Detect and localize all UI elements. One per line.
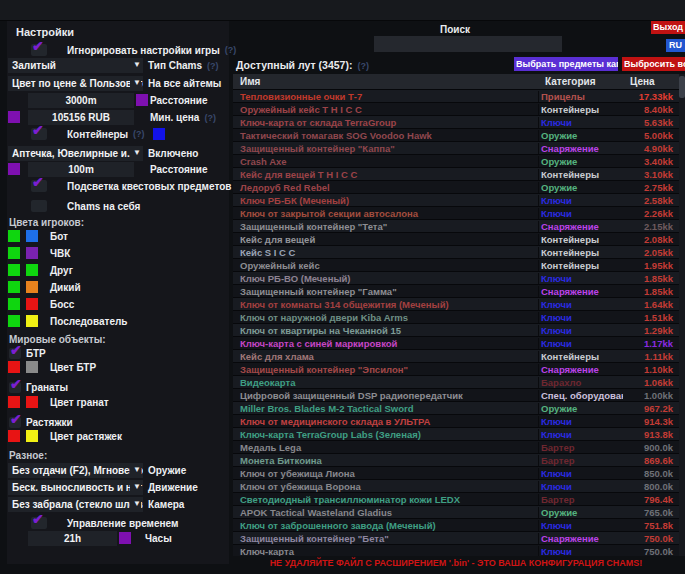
table-row[interactable]: Ключ от медицинского склада в УЛЬТРА Клю… <box>233 415 679 428</box>
player-color-swatch-1[interactable] <box>8 264 20 276</box>
help-icon[interactable]: (?) <box>225 45 237 55</box>
table-row[interactable]: Ключ-карта от склада TerraGroup Ключи 5.… <box>233 116 679 129</box>
table-row[interactable]: Тепловизионные очки Т-7 Прицелы 17.33kk <box>233 90 679 103</box>
chams-self-checkbox[interactable] <box>31 200 47 212</box>
table-row[interactable]: Ключ РБ-БК (Меченый) Ключи 2.58kk <box>233 194 679 207</box>
column-header-category[interactable]: Категория <box>545 76 595 87</box>
scrollbar-thumb[interactable] <box>679 76 685 98</box>
movement-dropdown[interactable]: Беск. выносливость и нет уста ▼ <box>8 480 143 495</box>
column-header-name[interactable]: Имя <box>240 76 260 87</box>
table-row[interactable]: Защищенный контейнер "Эпсилон" Снаряжени… <box>233 363 679 376</box>
table-row[interactable]: Ледоруб Red Rebel Оружие 2.75kk <box>233 181 679 194</box>
table-row[interactable]: Защищенный контейнер "Тета" Снаряжение 2… <box>233 220 679 233</box>
item-price: 1.64kk <box>623 299 679 310</box>
weapon-dropdown[interactable]: Без отдачи (F2), Мгновенное п ▼ <box>8 463 143 478</box>
player-color-swatch-2[interactable] <box>26 298 38 310</box>
table-row[interactable]: Тактический томагавк SOG Voodoo Hawk Ору… <box>233 129 679 142</box>
table-row[interactable]: Ключ от закрытой секции автосалона Ключи… <box>233 207 679 220</box>
table-row[interactable]: Защищенный контейнер "Бета" Снаряжение 7… <box>233 532 679 545</box>
table-row[interactable]: Ключ РБ-ВО (Меченый) Ключи 1.85kk <box>233 272 679 285</box>
min-price-input[interactable] <box>28 110 134 125</box>
camera-dropdown[interactable]: Без забрала (стекло шлема) ▼ <box>8 497 143 512</box>
player-color-swatch-1[interactable] <box>8 230 20 242</box>
table-row[interactable]: APOK Tactical Wasteland Gladius Оружие 7… <box>233 506 679 519</box>
player-color-swatch-1[interactable] <box>8 298 20 310</box>
exit-button[interactable]: Выход <box>651 21 685 34</box>
table-row[interactable]: Ключ от наружной двери Kiba Arms Ключи 1… <box>233 311 679 324</box>
help-icon[interactable]: (?) <box>357 61 369 71</box>
hours-color-swatch[interactable] <box>119 532 131 544</box>
table-scrollbar[interactable] <box>679 74 685 556</box>
player-color-swatch-2[interactable] <box>26 230 38 242</box>
time-control-checkbox[interactable]: ✔ <box>31 517 47 529</box>
player-color-swatch-1[interactable] <box>8 247 20 259</box>
search-input[interactable] <box>374 36 562 52</box>
min-price-color-swatch[interactable] <box>8 111 20 123</box>
containers-checkbox[interactable]: ✔ <box>31 128 47 140</box>
grenade-color-swatch-2[interactable] <box>26 396 38 408</box>
table-row[interactable]: Светодиодный трансиллюминатор кожи LEDX … <box>233 493 679 506</box>
table-row[interactable]: Ключ-карта с синей маркировкой Ключи 1.1… <box>233 337 679 350</box>
item-name: Кейс для вещей T H I C C <box>233 169 538 180</box>
btr-color-swatch-1[interactable] <box>8 361 20 373</box>
item-name: Оружейный кейс T H I C C <box>233 104 538 115</box>
table-row[interactable]: Цифровой защищенный DSP радиопередатчик … <box>233 389 679 402</box>
containers-color-swatch[interactable] <box>153 128 165 140</box>
table-row[interactable]: Оружейный кейс T H I C C Контейнеры 8.40… <box>233 103 679 116</box>
distance-input[interactable] <box>28 93 134 108</box>
table-row[interactable]: Ключ от квартиры на Чеканной 15 Ключи 1.… <box>233 324 679 337</box>
all-items-dropdown[interactable]: Цвет по цене & Пользователь ▼ <box>8 76 143 91</box>
table-row[interactable]: Монета Биткоина Бартер 869.6k <box>233 454 679 467</box>
player-color-swatch-1[interactable] <box>8 281 20 293</box>
table-row[interactable]: Ключ от комнаты 314 общежития (Меченый) … <box>233 298 679 311</box>
table-row[interactable]: Оружейный кейс Контейнеры 1.95kk <box>233 259 679 272</box>
item-category: Прицелы <box>538 91 623 102</box>
table-row[interactable]: Ключ от заброшенного завода (Меченый) Кл… <box>233 519 679 532</box>
select-kappa-items-button[interactable]: Выбрать предметы каппа <box>514 57 618 71</box>
hours-input[interactable] <box>28 531 117 546</box>
language-button[interactable]: RU <box>666 39 685 52</box>
help-icon[interactable]: (?) <box>207 61 219 71</box>
item-category: Ключи <box>538 117 623 128</box>
table-row[interactable]: Miller Bros. Blades M-2 Tactical Sword О… <box>233 402 679 415</box>
column-header-price[interactable]: Цена <box>630 76 655 87</box>
table-row[interactable]: Ключ-карта TerraGroup Labs (Зеленая) Клю… <box>233 428 679 441</box>
time-control-row: ✔ Управление временем <box>31 516 178 530</box>
tripwire-color-swatch-2[interactable] <box>26 430 38 442</box>
table-row[interactable]: Кейс для вещей T H I C C Контейнеры 3.10… <box>233 168 679 181</box>
player-color-swatch-2[interactable] <box>26 264 38 276</box>
table-row[interactable]: Медаль Lega Бартер 900.0k <box>233 441 679 454</box>
tripwire-color-swatch-1[interactable] <box>8 430 20 442</box>
player-color-swatch-2[interactable] <box>26 281 38 293</box>
btr-checkbox[interactable]: ✔ <box>9 348 21 359</box>
drop-all-button[interactable]: Выбросить все <box>622 57 685 71</box>
table-row[interactable]: Кейс для хлама Контейнеры 1.11kk <box>233 350 679 363</box>
chams-type-dropdown[interactable]: Залитый ▼ <box>8 58 143 73</box>
table-row[interactable]: Ключ-карта Ключи 750.0k <box>233 545 679 556</box>
loot-distance-input[interactable] <box>28 162 134 177</box>
grenade-color-swatch-1[interactable] <box>8 396 20 408</box>
player-color-swatch-1[interactable] <box>8 315 20 327</box>
table-row[interactable]: Защищенный контейнер "Каппа" Снаряжение … <box>233 142 679 155</box>
loot-distance-color-swatch[interactable] <box>8 163 20 175</box>
table-row[interactable]: Ключ от убежища Лиона Ключи 850.0k <box>233 467 679 480</box>
player-color-swatch-2[interactable] <box>26 247 38 259</box>
table-row[interactable]: Кейс для вещей Контейнеры 2.08kk <box>233 233 679 246</box>
ignore-game-settings-checkbox[interactable]: ✔ <box>31 44 47 56</box>
category-filter-dropdown[interactable]: Аптечка, Ювелирные и... ▼ <box>8 146 143 161</box>
table-row[interactable]: Ключ от убежища Ворона Ключи 800.0k <box>233 480 679 493</box>
help-icon[interactable]: (?) <box>204 113 216 123</box>
table-row[interactable]: Видеокарта Барахло 1.06kk <box>233 376 679 389</box>
item-name: Оружейный кейс <box>233 260 538 271</box>
grenades-checkbox[interactable]: ✔ <box>9 382 21 393</box>
grenade-color-label: Цвет гранат <box>50 397 109 408</box>
table-row[interactable]: Защищенный контейнер "Гамма" Снаряжение … <box>233 285 679 298</box>
tripwires-checkbox[interactable]: ✔ <box>9 417 21 428</box>
help-icon[interactable]: (?) <box>133 129 145 139</box>
quest-highlight-checkbox[interactable]: ✔ <box>31 180 47 192</box>
table-row[interactable]: Crash Axe Оружие 3.40kk <box>233 155 679 168</box>
player-color-swatch-2[interactable] <box>26 315 38 327</box>
distance-color-swatch[interactable] <box>136 94 148 106</box>
btr-color-swatch-2[interactable] <box>26 361 38 373</box>
table-row[interactable]: Кейс S I C C Контейнеры 2.05kk <box>233 246 679 259</box>
